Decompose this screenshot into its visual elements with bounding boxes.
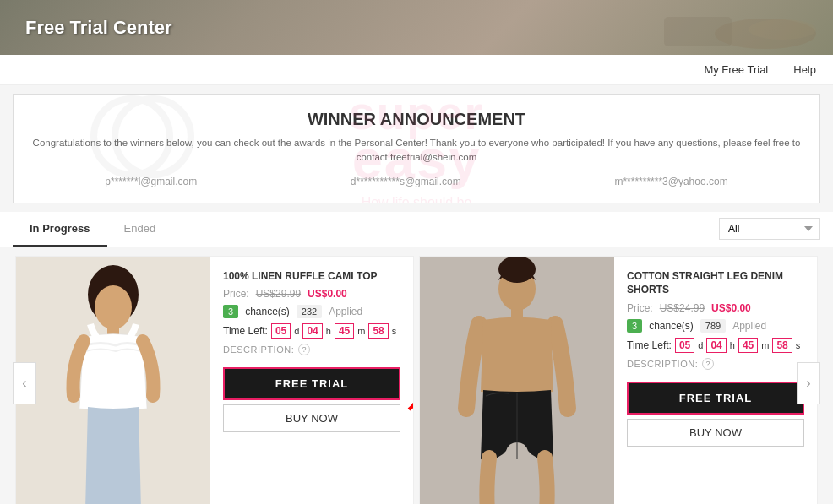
winner-emails-row: p*******l@gmail.com d***********s@gmail.… — [30, 176, 803, 187]
filter-dropdown[interactable]: All Tops Bottoms Dresses Accessories — [719, 218, 820, 240]
chances-row-1: 3 chance(s) 232 Applied — [223, 305, 400, 318]
hours-box-2: 04 — [706, 338, 726, 353]
chances-badge-2: 3 — [627, 319, 642, 333]
product-name-2: COTTON STRAIGHT LEG DENIM SHORTS — [627, 269, 804, 298]
winner-announcement: WINNER ANNOUNCEMENT Congratulations to t… — [14, 95, 819, 203]
winner-email-3: m**********3@yahoo.com — [614, 176, 727, 187]
price-row-2: Price: US$24.99 US$0.00 — [627, 302, 804, 314]
next-arrow[interactable]: › — [797, 362, 820, 404]
chances-label-1: chance(s) — [245, 306, 290, 317]
chances-row-2: 3 chance(s) 789 Applied — [627, 319, 804, 333]
winner-email-2: d***********s@gmail.com — [351, 176, 461, 187]
nav-bar: My Free Trial Help — [0, 55, 833, 85]
time-left-label-1: Time Left: — [223, 325, 268, 337]
products-area: ‹ — [0, 252, 833, 505]
days-box-2: 05 — [675, 338, 694, 353]
tab-ended[interactable]: Ended — [107, 212, 173, 247]
buy-now-button-1[interactable]: BUY NOW — [223, 404, 400, 432]
price-row-1: Price: US$29.99 US$0.00 — [223, 288, 400, 300]
d-unit-2: d — [698, 340, 703, 350]
product-info-1: 100% LINEN RUFFLE CAMI TOP Price: US$29.… — [210, 257, 413, 505]
product-card-1-wrapper: 100% LINEN RUFFLE CAMI TOP Price: US$29.… — [13, 252, 416, 505]
description-row-2: DESCRIPTION: ? — [627, 358, 804, 370]
s-unit-2: s — [796, 340, 801, 350]
description-info-icon-1[interactable]: ? — [298, 344, 310, 355]
description-info-icon-2[interactable]: ? — [702, 358, 714, 370]
s-unit-1: s — [392, 326, 397, 336]
hours-box-1: 04 — [302, 323, 322, 339]
free-trial-button-1[interactable]: FREE TRIAL — [223, 367, 400, 400]
product-card-2-wrapper: COTTON STRAIGHT LEG DENIM SHORTS Price: … — [416, 252, 820, 505]
help-link[interactable]: Help — [793, 63, 816, 76]
winner-section: super easy How life should be WINNER ANN… — [13, 94, 820, 203]
h-unit-2: h — [730, 340, 735, 350]
svg-point-1 — [749, 19, 816, 40]
price-original-1: US$29.99 — [256, 288, 301, 300]
applied-label-1: Applied — [329, 306, 362, 317]
product-card-1: 100% LINEN RUFFLE CAMI TOP Price: US$29.… — [15, 256, 414, 505]
my-free-trial-link[interactable]: My Free Trial — [704, 63, 768, 76]
svg-point-7 — [95, 285, 132, 329]
time-left-row-1: Time Left: 05 d 04 h 45 m 58 s — [223, 323, 400, 339]
svg-point-13 — [498, 257, 536, 283]
seconds-box-1: 58 — [368, 323, 388, 339]
product-info-2: COTTON STRAIGHT LEG DENIM SHORTS Price: … — [614, 257, 817, 505]
price-free-1: US$0.00 — [308, 288, 347, 300]
winner-email-1: p*******l@gmail.com — [105, 176, 197, 187]
time-left-label-2: Time Left: — [627, 339, 672, 351]
m-unit-2: m — [761, 340, 769, 350]
product-image-2 — [420, 257, 614, 505]
buttons-area-1: FREE TRIAL BUY NOW — [223, 367, 400, 432]
price-label-2: Price: — [627, 302, 653, 314]
header-banner: Free Trial Center — [0, 0, 833, 55]
prev-arrow[interactable]: ‹ — [13, 362, 36, 404]
product-name-1: 100% LINEN RUFFLE CAMI TOP — [223, 269, 400, 284]
product-card-2: COTTON STRAIGHT LEG DENIM SHORTS Price: … — [419, 256, 818, 505]
description-label-2: DESCRIPTION: — [627, 359, 698, 369]
applied-count-2: 789 — [700, 319, 726, 333]
free-trial-button-2[interactable]: FREE TRIAL — [627, 382, 804, 415]
price-free-2: US$0.00 — [711, 302, 751, 314]
seconds-box-2: 58 — [772, 338, 792, 353]
page-wrapper: Free Trial Center My Free Trial Help sup… — [0, 0, 833, 504]
minutes-box-2: 45 — [738, 338, 758, 353]
page-title: Free Trial Center — [25, 17, 172, 39]
h-unit-1: h — [326, 326, 331, 336]
price-original-2: US$24.99 — [660, 302, 705, 314]
description-row-1: DESCRIPTION: ? — [223, 344, 400, 355]
tab-in-progress[interactable]: In Progress — [13, 212, 107, 247]
applied-label-2: Applied — [732, 320, 766, 332]
buy-now-button-2[interactable]: BUY NOW — [627, 419, 804, 447]
chances-badge-1: 3 — [223, 305, 238, 318]
svg-rect-2 — [664, 17, 732, 46]
tabs: In Progress Ended — [13, 212, 719, 247]
winner-description: Congratulations to the winners below, yo… — [30, 136, 803, 165]
price-label-1: Price: — [223, 288, 249, 300]
winner-title: WINNER ANNOUNCEMENT — [30, 110, 803, 129]
product-image-1 — [16, 257, 210, 505]
description-label-1: DESCRIPTION: — [223, 344, 294, 355]
tabs-row: In Progress Ended All Tops Bottoms Dress… — [0, 212, 833, 247]
days-box-1: 05 — [271, 323, 291, 339]
applied-count-1: 232 — [297, 305, 322, 318]
buttons-area-2: FREE TRIAL BUY NOW — [627, 382, 804, 447]
chances-label-2: chance(s) — [649, 320, 694, 332]
time-left-row-2: Time Left: 05 d 04 h 45 m 58 s — [627, 338, 804, 353]
minutes-box-1: 45 — [335, 323, 354, 339]
m-unit-1: m — [357, 326, 365, 336]
d-unit-1: d — [294, 326, 299, 336]
